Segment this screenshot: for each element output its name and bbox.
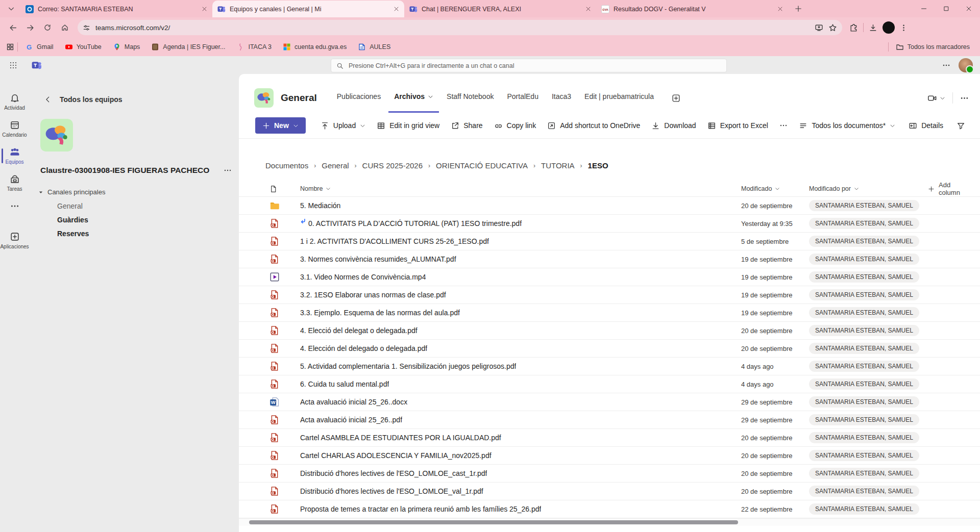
table-row[interactable]: Distribució d'hores lectives de l'ESO_LO… — [239, 464, 980, 482]
modified-by-pill[interactable]: SANTAMARIA ESTEBAN, SAMUEL — [809, 503, 919, 515]
back-to-all-teams[interactable]: Todos los equipos — [44, 95, 239, 104]
rail-item[interactable]: Aplicaciones — [0, 227, 29, 254]
minimize-button[interactable] — [913, 0, 935, 17]
channel-tab[interactable]: Itaca3 — [546, 82, 577, 113]
teams-search-box[interactable] — [331, 59, 727, 72]
file-name[interactable]: 4. Elecció del delegat o delegada.pdf — [300, 326, 418, 335]
modified-by-pill[interactable]: SANTAMARIA ESTEBAN, SAMUEL — [809, 271, 919, 283]
extensions-puzzle-icon[interactable] — [849, 23, 858, 32]
table-row[interactable]: Acta avaluació inicial 25_26..pdf 29 de … — [239, 411, 980, 428]
table-row[interactable]: 5. Actividad complementaria 1. Sensibili… — [239, 357, 980, 375]
modified-by-pill[interactable]: SANTAMARIA ESTEBAN, SAMUEL — [809, 254, 919, 265]
add-column-button[interactable]: Add column — [928, 181, 972, 196]
modified-by-pill[interactable]: SANTAMARIA ESTEBAN, SAMUEL — [809, 289, 919, 300]
share-button[interactable]: Share — [445, 117, 488, 134]
waffle-menu-icon[interactable] — [9, 61, 17, 69]
browser-tab[interactable]: Chat | BERENGUER VERA, ALEXI — [404, 1, 596, 17]
table-row[interactable]: 3.3. Ejemplo. Esquema de las normas del … — [239, 303, 980, 321]
home-button[interactable] — [57, 20, 72, 35]
file-name[interactable]: Cartel CHARLAS ADOLESCENCIA Y FAMILIA_no… — [300, 451, 492, 460]
table-row[interactable]: 3.2. 1ESO Elaborar unas normas de clase.… — [239, 286, 980, 303]
channel-tab[interactable]: Archivos — [388, 82, 439, 113]
breadcrumb-item[interactable]: › 1ESO — [575, 161, 608, 170]
file-name[interactable]: Distribució d'hores lectives de l'ESO_LO… — [300, 469, 487, 477]
modified-by-pill[interactable]: SANTAMARIA ESTEBAN, SAMUEL — [809, 468, 919, 479]
breadcrumb-item[interactable]: › TUTORIA — [528, 161, 575, 170]
file-name[interactable]: Acta avaluació inicial 25_26..docx — [300, 398, 407, 406]
modified-by-pill[interactable]: SANTAMARIA ESTEBAN, SAMUEL — [809, 200, 919, 211]
table-row[interactable]: Proposta de temes a tractar en la primer… — [239, 500, 980, 518]
install-app-icon[interactable] — [815, 23, 823, 32]
file-name[interactable]: 4. Elección del delegado o delegada.pdf — [300, 344, 427, 352]
search-input[interactable] — [348, 62, 721, 70]
table-row[interactable]: 4. Elección del delegado o delegada.pdf … — [239, 339, 980, 357]
file-name[interactable]: 3. Normes convivència resumides_ALUMNAT.… — [300, 255, 456, 263]
file-name[interactable]: 3.1. Video Normes de Convivència.mp4 — [300, 273, 426, 281]
rail-item[interactable]: Calendario — [0, 115, 29, 142]
file-name[interactable]: Distribució d'hores lectives de l'ESO_LO… — [300, 487, 483, 495]
tab-close-button[interactable] — [777, 6, 783, 12]
table-row[interactable]: Cartel ASAMBLEA DE ESTUDIANTES POR LA IG… — [239, 428, 980, 446]
modified-by-pill[interactable]: SANTAMARIA ESTEBAN, SAMUEL — [809, 432, 919, 443]
table-row[interactable]: 1 i 2. ACTIVITATS D'ACOLLIMENT CURS 25-2… — [239, 232, 980, 250]
more-commands-button[interactable] — [774, 117, 793, 134]
breadcrumb-label[interactable]: 1ESO — [588, 161, 608, 170]
close-window-button[interactable] — [958, 0, 980, 17]
bookmark-item[interactable]: G Gmail — [21, 41, 58, 53]
bookmark-item[interactable]: YouTube — [61, 41, 106, 53]
browser-tab[interactable]: GVA Resultado DOGV - Generalitat V — [596, 1, 788, 17]
tab-search-button[interactable] — [4, 2, 18, 16]
add-shortcut-onedrive-button[interactable]: Add shortcut to OneDrive — [542, 117, 646, 134]
table-row[interactable]: 6. Cuida tu salud mental.pdf 4 days ago … — [239, 375, 980, 393]
filter-button[interactable] — [951, 117, 971, 134]
file-name[interactable]: 1 i 2. ACTIVITATS D'ACOLLIMENT CURS 25-2… — [300, 237, 489, 245]
table-row[interactable]: 3.1. Video Normes de Convivència.mp4 19 … — [239, 268, 980, 286]
export-to-excel-button[interactable]: Export to Excel — [702, 117, 774, 134]
file-name[interactable]: Cartel ASAMBLEA DE ESTUDIANTES POR LA IG… — [300, 434, 501, 442]
user-avatar[interactable] — [959, 58, 973, 72]
view-selector[interactable]: Todos los documentos* — [793, 117, 901, 134]
column-header-modified-by[interactable]: Modificado por — [809, 185, 928, 192]
channel-tab[interactable]: Edit | pruebamatricula — [579, 82, 659, 113]
channel-tab[interactable]: Publicaciones — [331, 82, 386, 113]
breadcrumb-item[interactable]: › CURS 2025-2026 — [349, 161, 423, 170]
modified-by-pill[interactable]: SANTAMARIA ESTEBAN, SAMUEL — [809, 378, 919, 390]
modified-by-pill[interactable]: SANTAMARIA ESTEBAN, SAMUEL — [809, 307, 919, 318]
modified-by-pill[interactable]: SANTAMARIA ESTEBAN, SAMUEL — [809, 361, 919, 372]
breadcrumb-item[interactable]: › ORIENTACIÓ EDUCATIVA — [423, 161, 528, 170]
copy-link-button[interactable]: Copy link — [488, 117, 542, 134]
table-row[interactable]: 4. Elecció del delegat o delegada.pdf 20… — [239, 321, 980, 339]
breadcrumb-label[interactable]: ORIENTACIÓ EDUCATIVA — [436, 161, 528, 170]
table-row[interactable]: 5. Mediación 20 de septiembre SANTAMARIA… — [239, 196, 980, 214]
bookmark-item[interactable]: ITACA 3 — [232, 41, 276, 53]
bookmark-item[interactable]: Maps — [109, 41, 144, 53]
url-field[interactable]: teams.microsoft.com/v2/ — [78, 20, 842, 35]
bookmark-item[interactable]: Agenda | IES Figuer... — [147, 41, 229, 53]
column-header-modified[interactable]: Modificado — [741, 185, 809, 192]
table-row[interactable]: 0. ACTIVITATS PLA D’ACCIÓ TUTORIAL (PAT)… — [239, 214, 980, 232]
rail-item[interactable] — [0, 196, 29, 218]
table-row[interactable]: 3. Normes convivència resumides_ALUMNAT.… — [239, 250, 980, 268]
file-name[interactable]: Acta avaluació inicial 25_26..pdf — [300, 416, 402, 424]
details-button[interactable]: Details — [903, 117, 949, 134]
file-name[interactable]: 0. ACTIVITATS PLA D’ACCIÓ TUTORIAL (PAT)… — [308, 219, 522, 227]
all-bookmarks-button[interactable]: Todos los marcadores — [892, 41, 974, 53]
rail-item[interactable]: Tareas — [0, 169, 29, 196]
channel-tab[interactable]: PortalEdu — [501, 82, 544, 113]
file-name[interactable]: Proposta de temes a tractar en la primer… — [300, 505, 541, 513]
add-tab-button[interactable] — [667, 94, 685, 103]
team-name[interactable]: Claustre-03001908-IES FIGUERAS PACHECO — [40, 166, 219, 175]
column-header-name[interactable]: Nombre — [293, 185, 741, 192]
teams-more-options-icon[interactable] — [942, 61, 950, 69]
file-name[interactable]: 5. Mediación — [300, 201, 340, 210]
browser-menu-icon[interactable] — [900, 24, 908, 32]
rail-item[interactable]: Actividad — [0, 88, 29, 115]
reload-button[interactable] — [40, 20, 55, 35]
bookmark-item[interactable]: cuenta edu.gva.es — [279, 41, 351, 53]
browser-tab[interactable]: Correo: SANTAMARIA ESTEBAN — [20, 1, 212, 17]
forward-button[interactable] — [22, 20, 38, 35]
modified-by-pill[interactable]: SANTAMARIA ESTEBAN, SAMUEL — [809, 343, 919, 354]
bookmark-item[interactable]: AULES — [354, 41, 395, 53]
channel-tab[interactable]: Staff Notebook — [441, 82, 499, 113]
apps-grid-icon[interactable] — [6, 43, 14, 51]
